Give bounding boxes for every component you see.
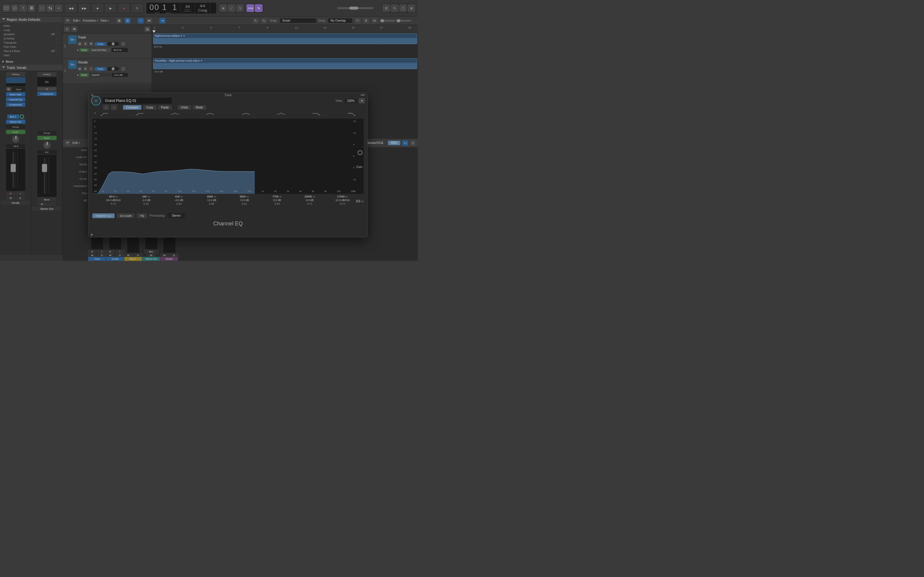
group-slot[interactable]: Group — [6, 125, 25, 129]
param-row[interactable]: Flex & Follow:Off ⌃⌄ — [3, 49, 59, 53]
track-header[interactable]: 1 Track M S R Track ▸ Read Low Cut Freq … — [63, 33, 152, 58]
automation-value[interactable]: 50.0 Hz — [111, 48, 128, 52]
back-icon[interactable]: ↶ — [65, 18, 71, 23]
bounce-button[interactable]: Bnce — [37, 198, 56, 201]
send-knob[interactable] — [20, 114, 24, 119]
channel-eq-slot[interactable]: Channel EQ — [6, 97, 25, 102]
functions-menu[interactable]: Functions — [83, 19, 98, 22]
band-shape-icon[interactable] — [134, 111, 145, 117]
mixer-icon[interactable] — [46, 4, 54, 12]
automation-param-dropdown[interactable]: Low Cut Freq — [90, 48, 111, 52]
smart-controls-icon[interactable] — [38, 4, 46, 12]
filter-midi[interactable]: MIDI — [388, 141, 401, 145]
dim-button[interactable]: D — [170, 253, 179, 257]
input-monitor[interactable]: I — [97, 250, 107, 253]
volume-slider[interactable] — [107, 67, 119, 71]
automation-icon[interactable]: 〰 — [138, 18, 144, 23]
band-shape-icon[interactable] — [99, 111, 110, 117]
add-band-icon[interactable]: + — [94, 111, 96, 115]
solo-button[interactable] — [47, 202, 56, 206]
band-params[interactable]: 50.0 Hz 24.0 dB/Oct 0.71 — [99, 195, 128, 205]
list-view-icon[interactable]: ☰ — [124, 18, 131, 23]
global-tracks-button[interactable]: ⊟ — [144, 26, 150, 32]
volume-slider[interactable] — [107, 42, 119, 46]
automation-mode[interactable]: Read — [6, 130, 25, 134]
duplicate-track-button[interactable]: ⧉ — [71, 26, 77, 32]
inspector-icon[interactable]: i — [11, 4, 19, 12]
vzoom-icon[interactable]: ⇕ — [363, 18, 369, 23]
pan-knob[interactable] — [43, 141, 51, 149]
band-shape-icon[interactable] — [204, 111, 216, 117]
list-editors-icon[interactable]: ☰ — [382, 4, 390, 12]
setting-button[interactable]: Setting — [6, 72, 25, 76]
countin-icon[interactable]: ✎ — [255, 4, 263, 12]
solo-button[interactable]: S — [115, 253, 124, 257]
solo-button[interactable]: S — [83, 66, 88, 71]
record-enable[interactable]: R — [6, 192, 15, 195]
param-row[interactable]: Loop: ⌃⌄ — [3, 28, 59, 32]
master-gain-knob[interactable] — [358, 150, 362, 155]
qcouple-button[interactable]: Q-Couple — [117, 213, 135, 218]
mute-button[interactable]: M — [124, 253, 133, 257]
view-zoom[interactable]: 100% — [344, 98, 357, 103]
param-row[interactable]: Transpose: ⌃⌄ — [3, 40, 59, 45]
processing-dropdown[interactable]: Stereo — [168, 213, 185, 218]
band-params[interactable]: 160 Hz -1.0 dB 0.10 — [131, 195, 161, 205]
flex-icon[interactable]: ⋈ — [146, 18, 152, 23]
expand-icon[interactable] — [91, 234, 93, 236]
solo-button[interactable]: S — [16, 196, 25, 200]
band-params[interactable]: 416 Hz -4.0 dB 2.30 — [164, 195, 194, 205]
more-toggle[interactable]: More — [0, 59, 63, 64]
eq-thumbnail[interactable]: EQ — [37, 77, 57, 86]
automation-value[interactable]: -14.0 dB — [111, 73, 128, 77]
band-shape-icon[interactable] — [275, 111, 287, 117]
input-link-icon[interactable]: ⚭ — [37, 87, 57, 91]
input-monitor-icon[interactable]: ◎ — [6, 87, 11, 91]
grid-view-icon[interactable]: ⊞ — [116, 18, 122, 23]
add-track-button[interactable]: ＋ — [64, 26, 70, 32]
analyzer-button[interactable]: Analyzer POST — [92, 213, 115, 218]
noise-gate-slot[interactable]: Noise Gate — [6, 92, 25, 97]
audio-region-1[interactable]: NightJourney-84bpm.4 ⚭ — [153, 33, 417, 44]
mute-button[interactable]: M — [160, 253, 169, 257]
redo-button[interactable]: Redo — [193, 105, 206, 110]
param-row[interactable]: Fine Tune: ⌃⌄ — [3, 45, 59, 49]
value-display[interactable]: 0.0 — [37, 150, 57, 154]
solo-button[interactable]: S — [97, 253, 107, 257]
drag-dropdown[interactable]: No Overlap — [328, 18, 352, 23]
view-menu[interactable]: View — [100, 19, 109, 22]
lcd-display[interactable]: 00 1 1BARBEAT 84KEEPTEMPO 4/4Cmaj — [146, 3, 216, 13]
fader[interactable] — [6, 149, 25, 191]
automation-param-dropdown[interactable]: Volume — [90, 73, 111, 77]
rewind-button[interactable]: ◀◀ — [65, 3, 78, 13]
power-button[interactable]: ⏻ — [91, 96, 101, 105]
horizontal-zoom-slider[interactable] — [396, 20, 411, 22]
fader[interactable] — [37, 155, 57, 197]
solo-icon[interactable]: S — [236, 4, 244, 12]
mute-button[interactable]: M — [147, 253, 156, 257]
waveform-zoom-icon[interactable]: 〰 — [355, 18, 361, 23]
disclosure-icon[interactable]: ▸ — [77, 74, 79, 76]
pan-knob[interactable] — [120, 65, 127, 73]
wide-view-icon[interactable]: ▭ — [402, 140, 408, 146]
disclosure-icon[interactable]: ▸ — [77, 49, 79, 52]
param-row[interactable]: Q-Swing: ⌃⌄ — [3, 36, 59, 40]
close-icon[interactable] — [91, 94, 94, 97]
track-inspector-header[interactable]: Track: Vocals — [0, 64, 63, 71]
undo-button[interactable]: Undo — [178, 105, 191, 110]
input-monitor[interactable]: I — [16, 192, 25, 195]
automation-pill[interactable]: Track — [94, 67, 107, 71]
input-slot[interactable]: Input — [12, 87, 25, 91]
automation-pill[interactable]: Track — [94, 42, 107, 46]
region-inspector-header[interactable]: Region: Audio Defaults — [0, 16, 63, 23]
solo-button[interactable]: S — [83, 42, 88, 46]
editors-icon[interactable]: ✂ — [55, 4, 63, 12]
preset-dropdown[interactable]: Grand Piano EQ 01 — [103, 98, 172, 104]
automation-mode-dropdown[interactable]: Read — [79, 48, 89, 52]
band-params[interactable]: 7700 Hz 0.0 dB 0.54 — [262, 195, 292, 205]
pointer-tool-icon[interactable]: ↖ — [253, 18, 258, 23]
param-row[interactable]: Quantize:Off ⌃⌄ — [3, 32, 59, 36]
mute-button[interactable]: M — [6, 196, 15, 200]
value-display[interactable]: -14.0 — [6, 144, 25, 148]
band-shape-icon[interactable] — [169, 111, 181, 117]
